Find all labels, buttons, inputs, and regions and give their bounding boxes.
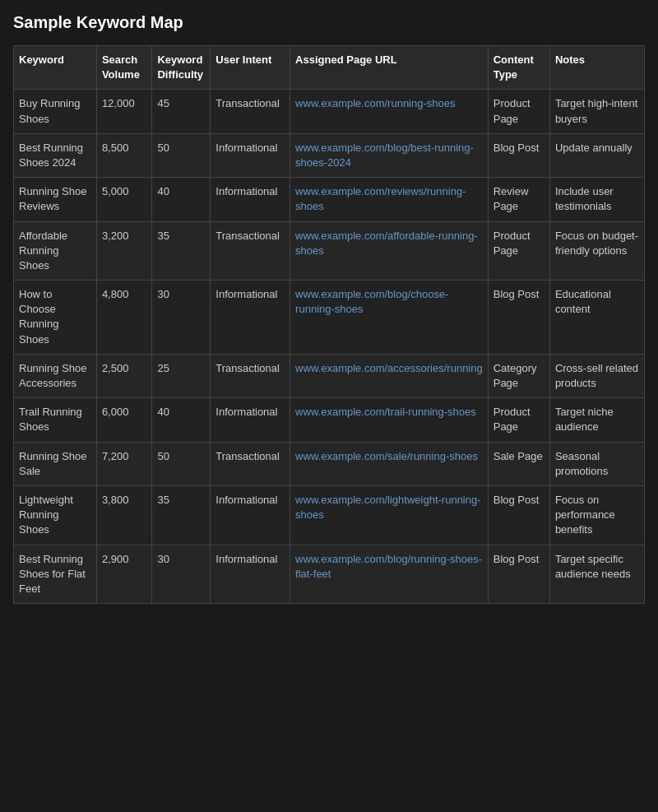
page-url-link[interactable]: www.example.com/running-shoes xyxy=(295,97,455,109)
col-header-notes: Notes xyxy=(549,46,644,90)
cell-content-type: Blog Post xyxy=(488,281,549,355)
cell-url[interactable]: www.example.com/trail-running-shoes xyxy=(290,398,489,442)
cell-keyword: Running Shoe Reviews xyxy=(14,178,97,221)
cell-url[interactable]: www.example.com/sale/running-shoes xyxy=(290,442,489,485)
cell-volume: 8,500 xyxy=(96,133,152,177)
cell-keyword: Best Running Shoes 2024 xyxy=(14,133,97,177)
cell-difficulty: 40 xyxy=(152,178,211,221)
cell-notes: Target high-intent buyers xyxy=(549,90,644,133)
page-url-link[interactable]: www.example.com/affordable-running-shoes xyxy=(295,230,478,257)
cell-content-type: Blog Post xyxy=(488,485,549,545)
cell-keyword: Best Running Shoes for Flat Feet xyxy=(14,545,97,604)
table-row: Best Running Shoes 20248,50050Informatio… xyxy=(14,133,645,177)
cell-difficulty: 45 xyxy=(152,90,211,133)
table-row: Best Running Shoes for Flat Feet2,90030I… xyxy=(14,545,645,604)
col-header-difficulty: Keyword Difficulty xyxy=(152,46,211,90)
page-url-link[interactable]: www.example.com/lightweight-running-shoe… xyxy=(295,494,480,521)
cell-difficulty: 30 xyxy=(152,545,211,604)
cell-volume: 4,800 xyxy=(96,281,152,355)
cell-difficulty: 40 xyxy=(152,398,211,442)
cell-notes: Include user testimonials xyxy=(549,178,644,221)
page-url-link[interactable]: www.example.com/blog/choose-running-shoe… xyxy=(295,288,448,315)
page-url-link[interactable]: www.example.com/trail-running-shoes xyxy=(295,406,476,418)
table-row: Running Shoe Accessories2,50025Transacti… xyxy=(14,354,645,397)
table-row: Trail Running Shoes6,00040Informationalw… xyxy=(14,398,645,442)
cell-intent: Transactional xyxy=(211,354,290,397)
cell-volume: 7,200 xyxy=(96,442,152,485)
cell-difficulty: 35 xyxy=(152,485,211,545)
cell-intent: Transactional xyxy=(211,442,290,485)
cell-keyword: Lightweight Running Shoes xyxy=(14,485,97,545)
cell-url[interactable]: www.example.com/affordable-running-shoes xyxy=(290,221,489,281)
page-title: Sample Keyword Map xyxy=(13,13,645,32)
cell-notes: Update annually xyxy=(549,133,644,177)
cell-intent: Informational xyxy=(211,545,290,604)
cell-content-type: Blog Post xyxy=(488,133,549,177)
cell-keyword: Affordable Running Shoes xyxy=(14,221,97,281)
cell-volume: 2,500 xyxy=(96,354,152,397)
cell-difficulty: 50 xyxy=(152,133,211,177)
cell-intent: Transactional xyxy=(211,90,290,133)
page-url-link[interactable]: www.example.com/accessories/running xyxy=(295,362,483,374)
cell-notes: Cross-sell related products xyxy=(549,354,644,397)
col-header-intent: User Intent xyxy=(211,46,290,90)
cell-notes: Target specific audience needs xyxy=(549,545,644,604)
cell-volume: 6,000 xyxy=(96,398,152,442)
cell-difficulty: 30 xyxy=(152,281,211,355)
cell-intent: Informational xyxy=(211,178,290,221)
cell-volume: 5,000 xyxy=(96,178,152,221)
cell-content-type: Product Page xyxy=(488,221,549,281)
cell-notes: Educational content xyxy=(549,281,644,355)
cell-notes: Seasonal promotions xyxy=(549,442,644,485)
table-row: Running Shoe Sale7,20050Transactionalwww… xyxy=(14,442,645,485)
cell-content-type: Product Page xyxy=(488,90,549,133)
table-header-row: Keyword Search Volume Keyword Difficulty… xyxy=(14,46,645,90)
cell-url[interactable]: www.example.com/accessories/running xyxy=(290,354,489,397)
cell-content-type: Blog Post xyxy=(488,545,549,604)
col-header-keyword: Keyword xyxy=(14,46,97,90)
cell-keyword: Running Shoe Accessories xyxy=(14,354,97,397)
cell-url[interactable]: www.example.com/blog/choose-running-shoe… xyxy=(290,281,489,355)
cell-volume: 12,000 xyxy=(96,90,152,133)
page-url-link[interactable]: www.example.com/reviews/running-shoes xyxy=(295,185,466,212)
cell-url[interactable]: www.example.com/running-shoes xyxy=(290,90,489,133)
cell-intent: Transactional xyxy=(211,221,290,281)
keyword-map-table: Keyword Search Volume Keyword Difficulty… xyxy=(13,45,645,604)
cell-keyword: Running Shoe Sale xyxy=(14,442,97,485)
table-row: Buy Running Shoes12,00045Transactionalww… xyxy=(14,90,645,133)
col-header-volume: Search Volume xyxy=(96,46,152,90)
cell-volume: 3,200 xyxy=(96,221,152,281)
cell-volume: 3,800 xyxy=(96,485,152,545)
cell-notes: Focus on budget-friendly options xyxy=(549,221,644,281)
col-header-content: Content Type xyxy=(488,46,549,90)
table-row: Lightweight Running Shoes3,80035Informat… xyxy=(14,485,645,545)
table-row: Running Shoe Reviews5,00040Informational… xyxy=(14,178,645,221)
cell-keyword: Trail Running Shoes xyxy=(14,398,97,442)
cell-intent: Informational xyxy=(211,398,290,442)
col-header-url: Assigned Page URL xyxy=(290,46,489,90)
cell-notes: Focus on performance benefits xyxy=(549,485,644,545)
page-url-link[interactable]: www.example.com/sale/running-shoes xyxy=(295,450,478,462)
cell-intent: Informational xyxy=(211,281,290,355)
cell-url[interactable]: www.example.com/lightweight-running-shoe… xyxy=(290,485,489,545)
page-url-link[interactable]: www.example.com/blog/best-running-shoes-… xyxy=(295,142,474,169)
cell-keyword: Buy Running Shoes xyxy=(14,90,97,133)
table-row: Affordable Running Shoes3,20035Transacti… xyxy=(14,221,645,281)
cell-url[interactable]: www.example.com/reviews/running-shoes xyxy=(290,178,489,221)
cell-keyword: How to Choose Running Shoes xyxy=(14,281,97,355)
cell-notes: Target niche audience xyxy=(549,398,644,442)
cell-intent: Informational xyxy=(211,485,290,545)
cell-content-type: Sale Page xyxy=(488,442,549,485)
table-row: How to Choose Running Shoes4,80030Inform… xyxy=(14,281,645,355)
cell-intent: Informational xyxy=(211,133,290,177)
cell-content-type: Category Page xyxy=(488,354,549,397)
cell-difficulty: 25 xyxy=(152,354,211,397)
cell-volume: 2,900 xyxy=(96,545,152,604)
cell-url[interactable]: www.example.com/blog/running-shoes-flat-… xyxy=(290,545,489,604)
cell-content-type: Review Page xyxy=(488,178,549,221)
cell-url[interactable]: www.example.com/blog/best-running-shoes-… xyxy=(290,133,489,177)
cell-content-type: Product Page xyxy=(488,398,549,442)
cell-difficulty: 50 xyxy=(152,442,211,485)
cell-difficulty: 35 xyxy=(152,221,211,281)
page-url-link[interactable]: www.example.com/blog/running-shoes-flat-… xyxy=(295,553,482,580)
